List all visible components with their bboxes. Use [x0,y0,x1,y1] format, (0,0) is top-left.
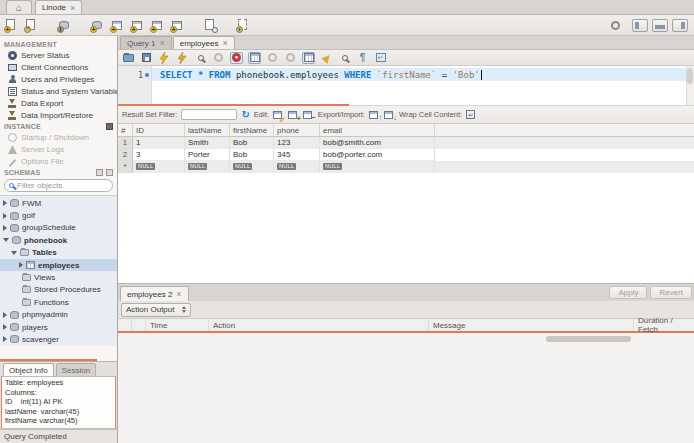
cell-firstname[interactable]: Bob [230,137,274,149]
open-sql-script-icon[interactable]: ⌃ [24,18,39,33]
col-header-id[interactable]: ID [133,124,185,136]
output-col-duration[interactable]: Duration / Fetch [634,319,694,331]
tree-item-functions[interactable]: Functions [0,296,117,308]
collapse-all-icon[interactable] [96,169,103,176]
execute-current-icon[interactable] [176,52,189,64]
open-file-icon[interactable] [122,52,135,64]
create-function-icon[interactable]: + [170,18,185,33]
col-header-firstname[interactable]: firstName [230,124,274,136]
tree-item-scavenger[interactable]: scavenger [0,333,117,345]
wrap-cell-content-icon[interactable]: ↵ [466,110,475,119]
schemas-splitter-accent[interactable] [0,359,97,361]
execute-icon[interactable] [158,52,171,64]
chevron-right-icon[interactable] [3,200,7,206]
close-icon[interactable]: × [70,4,75,12]
chevron-down-icon[interactable] [3,238,9,242]
delete-record-icon[interactable]: − [303,110,314,120]
sql-statement[interactable]: SELECT * FROM phonebook.employees WHERE … [160,68,482,81]
create-procedure-icon[interactable]: + [150,18,165,33]
tab-session[interactable]: Session [56,363,96,376]
close-icon[interactable]: × [176,290,181,298]
import-recordset-icon[interactable]: ↓ [384,110,395,120]
col-header-email[interactable]: email [320,124,435,136]
cell-phone[interactable]: 123 [274,137,320,149]
editor-splitter-accent[interactable] [118,104,349,106]
toggle-sidebar-panel-button[interactable] [632,19,648,32]
create-table-icon[interactable]: + [110,18,125,33]
commit-icon[interactable] [266,52,279,64]
cell-email[interactable]: bob@porter.com [320,149,435,161]
toggle-output-panel-button[interactable] [652,19,668,32]
sidebar-item-startup-shutdown[interactable]: Startup / Shutdown [0,131,117,143]
find-icon[interactable] [338,52,351,64]
invisible-chars-icon[interactable]: ¶ [356,52,369,64]
output-col-action[interactable]: Action [209,319,429,331]
rollback-icon[interactable] [284,52,297,64]
close-icon[interactable]: × [159,39,164,47]
add-record-icon[interactable]: + [288,110,299,120]
tree-item-groupschedule[interactable]: groupSchedule [0,222,117,234]
sidebar-item-client-connections[interactable]: Client Connections [0,61,117,73]
save-icon[interactable] [140,52,153,64]
tree-item-tables[interactable]: Tables [0,247,117,259]
cell-lastname[interactable]: Smith [185,137,230,149]
tree-item-stored-procedures[interactable]: Stored Procedures [0,284,117,296]
autocommit-icon[interactable] [302,52,315,64]
chevron-down-icon[interactable] [11,251,17,255]
revert-button[interactable]: Revert [650,286,692,299]
apply-button[interactable]: Apply [609,286,647,299]
home-tab[interactable]: ⌂ [6,0,32,14]
help-donut-icon[interactable] [611,21,620,30]
sidebar-item-users-privileges[interactable]: Users and Privileges [0,73,117,85]
sidebar-item-server-logs[interactable]: Server Logs [0,143,117,155]
tree-item-phonebook[interactable]: phonebook [0,234,117,246]
chevron-right-icon[interactable] [3,324,7,330]
create-view-icon[interactable]: + [130,18,145,33]
chevron-right-icon[interactable] [3,336,7,342]
edit-record-icon[interactable] [273,110,284,120]
tab-employees[interactable]: employees × [173,36,235,49]
schema-filter-input[interactable] [17,181,97,190]
sidebar-item-server-status[interactable]: Server Status [0,49,117,61]
result-filter-input[interactable] [181,109,237,120]
limit-rows-icon[interactable] [248,52,261,64]
table-row[interactable]: 1 1 Smith Bob 123 bob@smith.com [118,137,694,149]
editor-scrollbar[interactable] [686,66,694,105]
tree-item-golf[interactable]: golf [0,209,117,221]
cell-firstname[interactable]: Bob [230,149,274,161]
sql-code-editor[interactable]: 1 SELECT * FROM phonebook.employees WHER… [118,66,694,106]
reconnect-dbms-icon[interactable]: › [236,18,251,33]
search-objects-icon[interactable] [203,18,218,33]
output-col-time[interactable]: Time [146,319,209,331]
tab-employees-2[interactable]: employees 2 × [120,286,189,301]
refresh-icon[interactable]: ↻ [241,110,249,120]
cell-email[interactable]: bob@smith.com [320,137,435,149]
cell-id[interactable]: 3 [133,149,185,161]
sidebar-item-data-import-restore[interactable]: Data Import/Restore [0,109,117,121]
toggle-secondary-panel-button[interactable] [672,19,688,32]
tab-query-1[interactable]: Query 1 × [120,36,172,49]
explain-icon[interactable] [194,52,207,64]
beautify-icon[interactable] [320,52,333,64]
sidebar-item-data-export[interactable]: Data Export [0,97,117,109]
cell-phone[interactable]: 345 [274,149,320,161]
close-icon[interactable]: × [222,39,227,47]
export-recordset-icon[interactable]: ↑ [369,110,380,120]
output-selector-dropdown[interactable]: Action Output [121,303,191,317]
cell-lastname[interactable]: Porter [185,149,230,161]
tree-item-phpmyadmin[interactable]: phpmyadmin [0,309,117,321]
create-schema-icon[interactable]: + [90,18,105,33]
cell-id[interactable]: 1 [133,137,185,149]
col-header-lastname[interactable]: lastName [185,124,230,136]
chevron-right-icon[interactable] [19,262,23,268]
instance-config-icon[interactable] [106,123,113,130]
new-sql-tab-icon[interactable]: + [4,18,19,33]
chevron-right-icon[interactable] [3,225,7,231]
stop-icon[interactable] [212,52,225,64]
output-col-message[interactable]: Message [429,319,634,331]
tab-object-info[interactable]: Object Info [3,363,54,376]
wrap-text-icon[interactable]: ↵ [374,52,387,64]
col-header-rownum[interactable]: # [118,124,133,136]
table-row[interactable]: 2 3 Porter Bob 345 bob@porter.com [118,149,694,161]
refresh-schemas-icon[interactable] [106,169,113,176]
